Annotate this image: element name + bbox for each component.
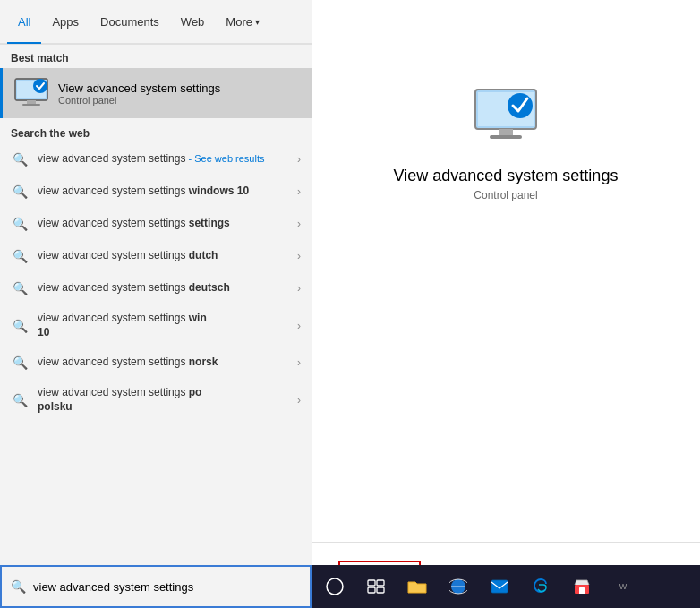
- search-icon: 🔍: [11, 150, 29, 168]
- svg-rect-17: [377, 587, 384, 593]
- search-icon-7: 🔍: [11, 354, 29, 372]
- chevron-right-icon-7: ›: [297, 356, 301, 369]
- web-result-text-1: view advanced system settings - See web …: [38, 152, 294, 167]
- svg-rect-15: [377, 580, 384, 586]
- taskbar-browser-btn[interactable]: [439, 567, 478, 606]
- web-result-text-3: view advanced system settings settings: [38, 217, 294, 231]
- chevron-right-icon-5: ›: [297, 282, 301, 295]
- svg-rect-19: [491, 580, 508, 593]
- svg-rect-9: [490, 135, 522, 139]
- web-result-2[interactable]: 🔍 view advanced system settings windows …: [0, 176, 312, 208]
- taskbar: W: [312, 565, 700, 608]
- search-box-container: 🔍: [0, 565, 312, 608]
- web-result-text-8: view advanced system settings popolsku: [38, 386, 294, 414]
- tab-apps[interactable]: Apps: [41, 0, 90, 44]
- svg-rect-4: [22, 104, 40, 106]
- search-icon-3: 🔍: [11, 215, 29, 233]
- web-result-5[interactable]: 🔍 view advanced system settings deutsch …: [0, 272, 312, 304]
- taskbar-edge-btn[interactable]: [521, 567, 560, 606]
- best-match-title: View advanced system settings: [58, 81, 220, 95]
- svg-point-13: [327, 578, 343, 595]
- svg-point-5: [33, 79, 47, 93]
- app-icon-large: [470, 81, 542, 152]
- chevron-right-icon-6: ›: [297, 320, 301, 332]
- search-icon-6: 🔍: [11, 317, 29, 335]
- tab-all[interactable]: All: [7, 0, 41, 44]
- web-result-text-2: view advanced system settings windows 10: [38, 184, 294, 199]
- best-match-app-icon: [13, 75, 49, 111]
- tab-web[interactable]: Web: [170, 0, 216, 44]
- taskbar-taskview-btn[interactable]: [356, 567, 396, 606]
- svg-rect-8: [499, 129, 513, 135]
- svg-rect-16: [368, 587, 375, 593]
- best-match-item[interactable]: View advanced system settings Control pa…: [0, 68, 312, 118]
- web-result-7[interactable]: 🔍 view advanced system settings norsk ›: [0, 347, 312, 379]
- chevron-right-icon-8: ›: [297, 394, 301, 407]
- search-icon-8: 🔍: [11, 391, 29, 409]
- search-icon-2: 🔍: [11, 183, 29, 201]
- web-result-8[interactable]: 🔍 view advanced system settings popolsku…: [0, 379, 312, 421]
- chevron-right-icon-2: ›: [297, 185, 301, 198]
- taskbar-extra-btn[interactable]: W: [603, 567, 643, 606]
- best-match-text: View advanced system settings Control pa…: [58, 81, 220, 106]
- svg-rect-14: [368, 580, 375, 586]
- app-detail-category: Control panel: [474, 189, 537, 201]
- wsxdn-icon: W: [619, 582, 627, 591]
- search-web-label: Search the web: [0, 120, 312, 143]
- search-panel: All Apps Documents Web More ▾ Best match: [0, 0, 312, 608]
- web-result-4[interactable]: 🔍 view advanced system settings dutch ›: [0, 240, 312, 272]
- svg-point-10: [508, 93, 533, 118]
- web-result-text-5: view advanced system settings deutsch: [38, 281, 294, 295]
- search-input[interactable]: [33, 580, 301, 594]
- chevron-right-icon-3: ›: [297, 218, 301, 230]
- taskbar-mail-btn[interactable]: [480, 567, 519, 606]
- web-result-text-7: view advanced system settings norsk: [38, 355, 294, 370]
- taskbar-explorer-btn[interactable]: [397, 567, 437, 606]
- chevron-right-icon-4: ›: [297, 250, 301, 262]
- search-icon-5: 🔍: [11, 279, 29, 297]
- web-result-text-4: view advanced system settings dutch: [38, 249, 294, 263]
- taskbar-store-btn[interactable]: [562, 567, 602, 606]
- taskbar-search-btn[interactable]: [315, 567, 354, 606]
- tab-more[interactable]: More ▾: [215, 0, 270, 44]
- chevron-down-icon: ▾: [255, 17, 260, 27]
- results-content: Best match View advanced system settings…: [0, 45, 312, 565]
- app-detail-area: View advanced system settings Control pa…: [312, 45, 700, 543]
- tab-documents[interactable]: Documents: [90, 0, 170, 44]
- svg-rect-3: [27, 100, 36, 104]
- search-icon-4: 🔍: [11, 247, 29, 265]
- svg-rect-21: [579, 587, 585, 594]
- right-panel: View advanced system settings Control pa…: [312, 0, 700, 608]
- web-result-3[interactable]: 🔍 view advanced system settings settings…: [0, 208, 312, 240]
- web-result-6[interactable]: 🔍 view advanced system settings win10 ›: [0, 304, 312, 347]
- best-match-label: Best match: [0, 45, 312, 68]
- web-result-1[interactable]: 🔍 view advanced system settings - See we…: [0, 143, 312, 176]
- chevron-right-icon: ›: [297, 153, 301, 166]
- app-detail-title: View advanced system settings: [394, 167, 619, 185]
- tabs-bar: All Apps Documents Web More ▾: [0, 0, 312, 45]
- web-result-text-6: view advanced system settings win10: [38, 312, 294, 339]
- best-match-subtitle: Control panel: [58, 95, 220, 106]
- search-box-icon: 🔍: [11, 579, 26, 594]
